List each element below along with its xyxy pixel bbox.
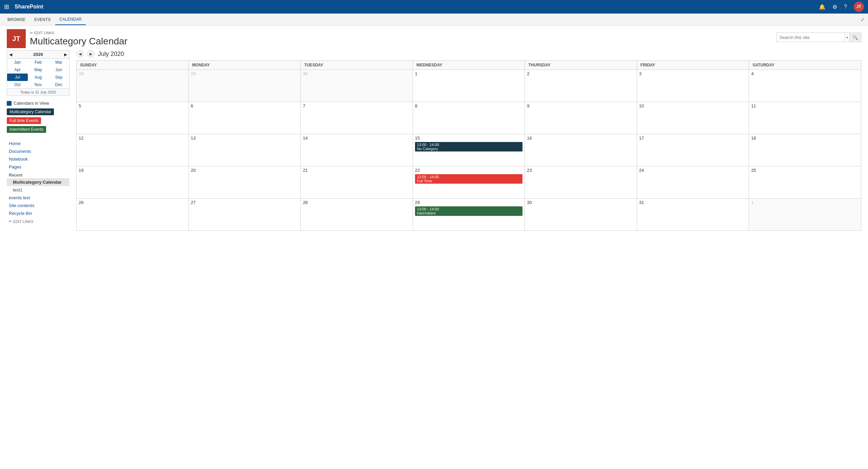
- edit-links-top-button[interactable]: ✏ EDIT LINKS: [30, 31, 127, 35]
- mini-cal-month-sep[interactable]: Sep: [48, 74, 69, 81]
- calendar-day-cell[interactable]: 7: [301, 102, 413, 134]
- ribbon-expand-icon[interactable]: ⤢: [861, 17, 865, 22]
- calendar-day-cell[interactable]: 10: [637, 102, 749, 134]
- mini-cal-month-oct[interactable]: Oct: [7, 81, 28, 88]
- nav-recycle-bin[interactable]: Recycle Bin: [7, 209, 70, 217]
- calendar-grid-header: SUNDAYMONDAYTUESDAYWEDNESDAYTHURSDAYFRID…: [77, 61, 861, 70]
- calendar-day-cell[interactable]: 9: [525, 102, 637, 134]
- mini-cal-month-jun[interactable]: Jun: [48, 66, 69, 74]
- nav-test1[interactable]: test1: [7, 186, 70, 194]
- nav-pages[interactable]: Pages: [7, 163, 70, 171]
- calendar-event[interactable]: 13:00 - 14:00Intermittent: [415, 206, 523, 216]
- calendar-day-cell[interactable]: 23: [525, 166, 637, 199]
- calendar-day-cell[interactable]: 26: [77, 199, 189, 231]
- tab-browse[interactable]: BROWSE: [3, 15, 29, 25]
- calendar-day-number: 25: [751, 168, 859, 173]
- nav-home[interactable]: Home: [7, 140, 70, 147]
- page-header: JT ✏ EDIT LINKS Multicategory Calendar ▾…: [0, 26, 868, 50]
- calendar-day-number: 7: [303, 103, 411, 108]
- avatar[interactable]: JT: [854, 2, 864, 12]
- calendar-day-cell[interactable]: 16: [525, 134, 637, 166]
- calendar-day-number: 29: [415, 200, 523, 205]
- calendar-day-cell[interactable]: 6: [189, 102, 301, 134]
- calendar-day-cell[interactable]: 14: [301, 134, 413, 166]
- nav-documents[interactable]: Documents: [7, 147, 70, 155]
- mini-cal-month-mar[interactable]: Mar: [48, 59, 69, 66]
- calendar-day-cell[interactable]: 28: [301, 199, 413, 231]
- mini-cal-month-feb[interactable]: Feb: [28, 59, 48, 66]
- calendar-day-cell[interactable]: 21: [301, 166, 413, 199]
- calendar-day-cell[interactable]: 29: [189, 70, 301, 102]
- tab-events[interactable]: EVENTS: [30, 15, 55, 25]
- calendar-day-cell[interactable]: 3: [637, 70, 749, 102]
- calendar-day-cell[interactable]: 13: [189, 134, 301, 166]
- calendar-day-cell[interactable]: 2913:00 - 14:00Intermittent: [413, 199, 525, 231]
- cal-header-tuesday: TUESDAY: [301, 61, 413, 70]
- main-content: ◀ 2020 ▶ JanFebMarAprMayJunJulAugSepOctN…: [0, 50, 868, 238]
- recent-section-label: Recent: [7, 171, 70, 178]
- page-title-area: ✏ EDIT LINKS Multicategory Calendar: [30, 31, 127, 47]
- calendar-day-number: 15: [415, 136, 523, 141]
- page-title: Multicategory Calendar: [30, 36, 127, 47]
- calendar-day-number: 30: [303, 71, 411, 76]
- calendar-day-cell[interactable]: 27: [189, 199, 301, 231]
- topbar: ⊞ SharePoint 🔔 ⚙ ? JT: [0, 0, 868, 14]
- mini-cal-month-may[interactable]: May: [28, 66, 48, 74]
- gear-icon[interactable]: ⚙: [832, 4, 837, 10]
- calendar-event[interactable]: 13:00 - 14:00Full Time: [415, 174, 523, 184]
- calendar-badges: Multicategory CalendarFull time EventsIn…: [7, 108, 70, 135]
- edit-links-bottom-button[interactable]: ✏ EDIT LINKS: [7, 217, 36, 226]
- calendar-day-cell[interactable]: 17: [637, 134, 749, 166]
- cal-badge-full-time-events[interactable]: Full time Events: [7, 117, 41, 124]
- cal-badge-intermittent-events[interactable]: Intermittent Events: [7, 126, 46, 133]
- calendar-day-cell[interactable]: 31: [637, 199, 749, 231]
- mini-cal-next-button[interactable]: ▶: [64, 52, 67, 57]
- calendar-day-number: 18: [751, 136, 859, 141]
- calendar-day-cell[interactable]: 20: [189, 166, 301, 199]
- waffle-icon[interactable]: ⊞: [4, 3, 9, 11]
- cal-header-thursday: THURSDAY: [525, 61, 637, 70]
- mini-cal-prev-button[interactable]: ◀: [9, 52, 12, 57]
- calendar-icon: [7, 101, 12, 106]
- mini-cal-month-jan[interactable]: Jan: [7, 59, 28, 66]
- calendar-day-cell[interactable]: 8: [413, 102, 525, 134]
- nav-events-test[interactable]: events test: [7, 194, 70, 202]
- calendar-day-cell[interactable]: 5: [77, 102, 189, 134]
- calendar-day-cell[interactable]: 24: [637, 166, 749, 199]
- cal-prev-button[interactable]: ◀: [76, 50, 84, 58]
- calendar-day-cell[interactable]: 1: [413, 70, 525, 102]
- calendar-day-cell[interactable]: 11: [749, 102, 861, 134]
- calendar-day-number: 11: [751, 103, 859, 108]
- search-dropdown-icon[interactable]: ▾: [845, 33, 849, 42]
- cal-badge-multicategory-calendar[interactable]: Multicategory Calendar: [7, 108, 54, 115]
- search-button[interactable]: 🔍: [849, 33, 861, 42]
- tab-calendar[interactable]: CALENDAR: [55, 14, 85, 25]
- mini-cal-month-nov[interactable]: Nov: [28, 81, 48, 88]
- calendar-day-number: 2: [527, 71, 635, 76]
- help-icon[interactable]: ?: [844, 4, 847, 10]
- calendar-day-cell[interactable]: 12: [77, 134, 189, 166]
- calendar-view: ◀ ▶ July 2020 SUNDAYMONDAYTUESDAYWEDNESD…: [76, 50, 861, 231]
- nav-site-contents[interactable]: Site contents: [7, 202, 70, 209]
- calendar-day-cell[interactable]: 1: [749, 199, 861, 231]
- calendar-day-cell[interactable]: 19: [77, 166, 189, 199]
- calendar-day-cell[interactable]: 30: [525, 199, 637, 231]
- calendar-day-cell[interactable]: 2: [525, 70, 637, 102]
- bell-icon[interactable]: 🔔: [819, 4, 826, 10]
- calendar-day-cell[interactable]: 30: [301, 70, 413, 102]
- mini-cal-month-dec[interactable]: Dec: [48, 81, 69, 88]
- nav-notebook[interactable]: Notebook: [7, 155, 70, 163]
- cal-next-button[interactable]: ▶: [87, 50, 95, 58]
- nav-multicategory-calendar[interactable]: Multicategory Calendar: [7, 178, 70, 186]
- calendar-day-cell[interactable]: 1513:00 - 14:00No Category: [413, 134, 525, 166]
- search-input[interactable]: [777, 35, 845, 40]
- calendar-day-cell[interactable]: 4: [749, 70, 861, 102]
- calendar-day-cell[interactable]: 28: [77, 70, 189, 102]
- mini-cal-month-apr[interactable]: Apr: [7, 66, 28, 74]
- calendar-day-cell[interactable]: 18: [749, 134, 861, 166]
- mini-cal-month-aug[interactable]: Aug: [28, 74, 48, 81]
- calendar-day-cell[interactable]: 2213:00 - 14:00Full Time: [413, 166, 525, 199]
- mini-cal-month-jul[interactable]: Jul: [7, 74, 28, 81]
- calendar-day-cell[interactable]: 25: [749, 166, 861, 199]
- calendar-event[interactable]: 13:00 - 14:00No Category: [415, 142, 523, 151]
